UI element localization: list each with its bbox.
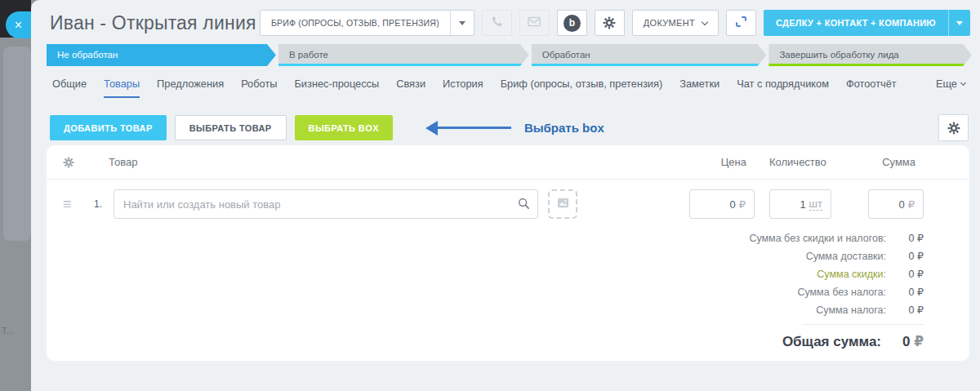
column-product: Товар xyxy=(109,156,689,168)
caret-down-icon xyxy=(956,21,963,25)
stage-label: Не обработан xyxy=(57,50,118,60)
create-deal-label: СДЕЛКУ + КОНТАКТ + КОМПАНИЮ xyxy=(764,18,948,28)
row-index: 1. xyxy=(92,198,102,210)
grand-total-row: Общая сумма: 0 ₽ xyxy=(782,333,924,350)
lead-slider-panel: Иван - Открытая линия БРИФ (ОПРОСЫ, ОТЗЫ… xyxy=(31,0,980,391)
messenger-icon: b xyxy=(564,15,581,32)
quantity-input[interactable]: 1 шт xyxy=(769,189,831,219)
gear-icon xyxy=(947,122,960,135)
tabs-more-button[interactable]: Еще xyxy=(936,78,965,90)
stage-not-processed[interactable]: Не обработан xyxy=(47,44,276,66)
stage-processed[interactable]: Обработан xyxy=(532,44,767,66)
call-button[interactable] xyxy=(482,10,512,36)
chevron-down-icon xyxy=(702,18,708,24)
product-image-upload[interactable] xyxy=(548,189,577,219)
arrow-line xyxy=(438,127,511,129)
sum-input[interactable]: 0 ₽ xyxy=(868,189,924,219)
detail-tabs: Общие Товары Предложения Роботы Бизнес-п… xyxy=(52,78,965,98)
product-row: ≡ 1. 0 ₽ xyxy=(47,180,969,219)
stage-finish-lead[interactable]: Завершить обработку лида xyxy=(768,44,972,66)
document-button[interactable]: ДОКУМЕНТ xyxy=(632,10,719,36)
quantity-value: 1 xyxy=(800,198,805,211)
stage-label: В работе xyxy=(289,50,328,60)
stage-accent-stripe xyxy=(278,64,529,66)
annotation-label: Выбрать box xyxy=(524,121,604,135)
column-sum: Сумма xyxy=(868,156,924,168)
expand-brackets-icon xyxy=(734,15,748,32)
total-row-without-tax: Сумма без налога: 0 ₽ xyxy=(797,286,924,298)
product-search xyxy=(114,189,538,219)
email-button[interactable] xyxy=(519,10,550,36)
envelope-icon xyxy=(528,16,541,30)
lead-detail-screen: Т... × Иван - Открытая линия БРИФ (ОПРОС… xyxy=(0,0,980,391)
grid-settings-button[interactable] xyxy=(938,114,969,141)
tabs-more-label: Еще xyxy=(936,78,957,90)
total-row-without-discount-tax: Сумма без скидки и налогов: 0 ₽ xyxy=(749,232,924,244)
total-row-delivery: Сумма доставки: 0 ₽ xyxy=(806,250,924,262)
drag-handle-icon[interactable]: ≡ xyxy=(63,198,76,211)
quantity-unit[interactable]: шт xyxy=(809,198,822,211)
arrow-left-icon xyxy=(425,121,438,136)
totals-section: Сумма без скидки и налогов: 0 ₽ Сумма до… xyxy=(47,232,969,350)
tab-business-processes[interactable]: Бизнес-процессы xyxy=(294,78,379,98)
page-title: Иван - Открытая линия xyxy=(50,12,256,34)
brief-button[interactable]: БРИФ (ОПРОСЫ, ОТЗЫВ, ПРЕТЕНЗИЯ) xyxy=(260,10,474,36)
tab-history[interactable]: История xyxy=(443,78,483,98)
settings-button[interactable] xyxy=(595,10,625,36)
total-row-discount: Сумма скидки: 0 ₽ xyxy=(817,268,924,280)
create-deal-button[interactable]: СДЕЛКУ + КОНТАКТ + КОМПАНИЮ xyxy=(764,10,970,36)
close-slider-button[interactable]: × xyxy=(6,11,31,38)
stage-label: Завершить обработку лида xyxy=(779,50,898,60)
column-price: Цена xyxy=(689,156,755,168)
tab-photo-report[interactable]: Фотоотчёт xyxy=(846,78,897,98)
add-product-button[interactable]: ДОБАВИТЬ ТОВАР xyxy=(50,115,167,140)
stage-accent-stripe xyxy=(532,64,767,66)
stage-bar: Не обработан В работе Обработан Завершит… xyxy=(47,44,972,66)
products-table-header: Товар Цена Количество Сумма xyxy=(47,145,969,180)
sum-value: 0 xyxy=(898,198,904,211)
close-icon: × xyxy=(15,18,22,33)
expand-button[interactable] xyxy=(726,10,756,36)
background-truncated-text: Т... xyxy=(2,326,14,335)
tab-contractor-chat[interactable]: Чат с подрядчиком xyxy=(737,78,829,98)
tab-general[interactable]: Общие xyxy=(52,78,87,98)
brief-button-label: БРИФ (ОПРОСЫ, ОТЗЫВ, ПРЕТЕНЗИЯ) xyxy=(261,18,450,28)
header-actions: БРИФ (ОПРОСЫ, ОТЗЫВ, ПРЕТЕНЗИЯ) b ДОКУ xyxy=(260,10,970,36)
grand-total-value: 0 ₽ xyxy=(881,333,924,350)
tab-offers[interactable]: Предложения xyxy=(157,78,224,98)
image-icon xyxy=(557,197,569,212)
select-product-button[interactable]: ВЫБРАТЬ ТОВАР xyxy=(175,115,287,140)
sum-currency: ₽ xyxy=(908,198,915,211)
product-search-input[interactable] xyxy=(114,189,538,219)
stage-in-progress[interactable]: В работе xyxy=(278,44,529,66)
tab-notes[interactable]: Заметки xyxy=(679,78,719,98)
create-deal-dropdown-toggle[interactable] xyxy=(948,10,970,36)
price-value: 0 xyxy=(729,198,735,211)
products-card: Товар Цена Количество Сумма ≡ 1. xyxy=(47,145,969,361)
brief-dropdown-toggle[interactable] xyxy=(450,11,474,35)
caret-down-icon xyxy=(459,21,466,25)
grand-total-label: Общая сумма: xyxy=(782,334,881,350)
select-box-annotation: Выбрать box xyxy=(425,121,604,136)
tab-products[interactable]: Товары xyxy=(104,78,140,98)
price-input[interactable]: 0 ₽ xyxy=(689,189,755,219)
phone-icon xyxy=(491,16,503,31)
tab-brief[interactable]: Бриф (опросы, отзыв, претензия) xyxy=(501,78,663,98)
chevron-down-icon xyxy=(960,80,966,86)
tab-robots[interactable]: Роботы xyxy=(241,78,277,98)
totals-divider xyxy=(803,324,924,325)
total-row-tax: Сумма налога: 0 ₽ xyxy=(816,304,924,316)
stage-label: Обработан xyxy=(542,50,590,60)
stage-accent-stripe xyxy=(768,64,972,66)
title-row: Иван - Открытая линия xyxy=(50,12,292,34)
select-box-button[interactable]: ВЫБРАТЬ BOX xyxy=(295,115,393,140)
gear-icon xyxy=(603,16,616,29)
search-icon[interactable] xyxy=(518,198,530,213)
tab-links[interactable]: Связи xyxy=(396,78,425,98)
messenger-button[interactable]: b xyxy=(557,10,587,36)
products-toolbar: ДОБАВИТЬ ТОВАР ВЫБРАТЬ ТОВАР ВЫБРАТЬ BOX… xyxy=(50,114,969,141)
document-button-label: ДОКУМЕНТ xyxy=(644,18,695,28)
price-currency: ₽ xyxy=(739,198,746,211)
column-settings-gear-icon[interactable] xyxy=(63,157,74,168)
column-quantity: Количество xyxy=(769,156,831,168)
